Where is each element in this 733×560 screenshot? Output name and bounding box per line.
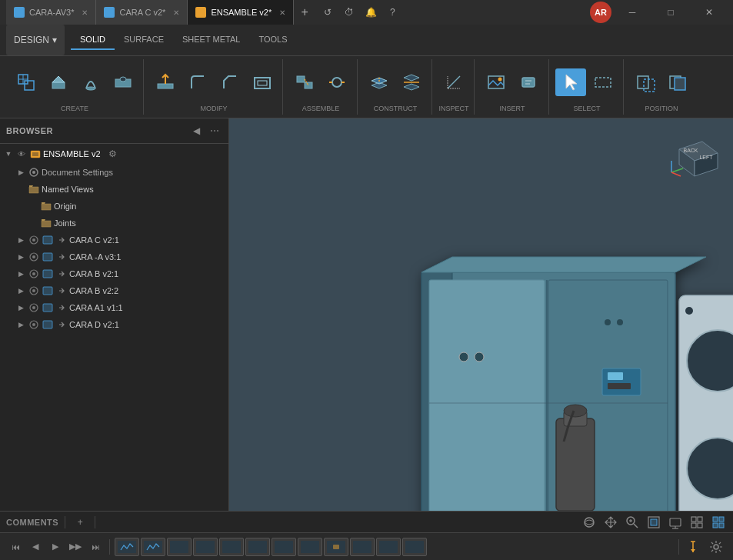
tab-tools[interactable]: TOOLS [249,30,296,50]
viewport[interactable]: BACK LEFT [229,118,733,511]
measure-button[interactable] [438,68,469,96]
tab-cara-cv2[interactable]: CARA C v2* ✕ [96,0,188,25]
tree-vis-root[interactable]: 👁 [15,148,28,160]
tree-vis-cara-c[interactable] [28,234,40,246]
frame-thumb-10[interactable] [350,538,375,556]
tree-expand-cara-b2[interactable]: ▶ [15,285,26,296]
prev-frame-button[interactable]: ◀ [26,538,45,556]
tree-expand-cara-d[interactable]: ▶ [15,319,26,330]
hole-button[interactable] [108,68,138,96]
first-frame-button[interactable]: ⏮ [6,538,25,556]
tree-item-cara-a1[interactable]: ▶ CARA A1 v1:1 [0,299,228,316]
tree-root-item[interactable]: ▼ 👁 ENSAMBLE v2 ⚙ [0,144,228,164]
nav-tool-grid[interactable] [688,514,705,531]
tree-expand-origin[interactable]: ▶ [28,201,38,212]
nav-tool-pan[interactable] [602,514,619,531]
frame-thumb-11[interactable] [376,538,401,556]
tab-cara-av3[interactable]: CARA-AV3* ✕ [6,0,96,25]
new-tab-button[interactable]: + [294,2,315,23]
tree-vis-cara-b2[interactable] [28,285,40,297]
tree-item-cara-d[interactable]: ▶ CARA D v2:1 [0,316,228,333]
offset-plane-button[interactable] [364,68,395,96]
frame-thumb-1[interactable] [115,538,139,556]
nav-tool-display[interactable] [667,514,684,531]
timeline-marker[interactable] [684,538,702,556]
tree-item-origin[interactable]: ▶ Origin [0,198,228,215]
tree-item-named-views[interactable]: ▶ Named Views [0,181,228,198]
nav-tool-zoom[interactable] [624,514,641,531]
revert-button[interactable] [662,68,693,96]
frame-thumb-6[interactable] [245,538,270,556]
frame-thumb-5[interactable] [219,538,244,556]
frame-thumb-2[interactable] [141,538,165,556]
tab-sheet-metal[interactable]: SHEET METAL [173,30,249,50]
tree-expand-cara-b1[interactable]: ▶ [15,268,26,279]
frame-thumb-12[interactable] [402,538,427,556]
history-button[interactable]: ⏱ [340,3,358,22]
tab-close-cara-cv2[interactable]: ✕ [173,8,179,17]
tree-item-doc-settings[interactable]: ▶ Document Settings [0,164,228,181]
tree-expand-root[interactable]: ▼ [3,148,14,159]
nav-tool-fit[interactable] [645,514,662,531]
refresh-button[interactable]: ↺ [318,3,337,22]
tab-surface[interactable]: SURFACE [115,30,173,50]
close-button[interactable]: ✕ [691,0,727,25]
capture-position-button[interactable] [630,68,661,96]
frame-thumb-8[interactable] [298,538,322,556]
frame-thumb-9[interactable] [324,538,348,556]
tree-settings-root[interactable]: ⚙ [105,146,121,162]
tree-item-cara-b1[interactable]: ▶ CARA B v2:1 [0,265,228,282]
revolve-button[interactable] [75,68,106,96]
tree-vis-cara-d[interactable] [28,318,40,331]
maximize-button[interactable]: □ [653,0,688,25]
minimize-button[interactable]: ─ [615,0,650,25]
tree-vis-cara-b1[interactable] [28,268,40,280]
tree-expand-doc[interactable]: ▶ [15,167,26,178]
select-button[interactable] [555,68,586,96]
insert-image-button[interactable] [481,68,511,96]
fillet-button[interactable] [182,68,213,96]
midplane-button[interactable] [396,68,427,96]
motion-button[interactable] [322,68,352,96]
tab-close-cara-av3[interactable]: ✕ [82,8,88,17]
tree-item-cara-c[interactable]: ▶ CARA C v2:1 [0,232,228,248]
design-dropdown[interactable]: DESIGN ▾ [6,25,65,55]
next-frame-button[interactable]: ▶▶ [66,538,85,556]
tab-solid[interactable]: SOLID [71,30,115,50]
nav-tool-visual-style[interactable] [710,514,727,531]
frame-thumb-4[interactable] [193,538,218,556]
tree-expand-joints[interactable]: ▶ [28,218,38,228]
nav-cube[interactable]: BACK LEFT [664,126,725,180]
tab-ensamble-v2[interactable]: ENSAMBLE v2* ✕ [188,0,294,25]
play-button[interactable]: ▶ [46,538,65,556]
nav-tool-orbit[interactable] [581,514,598,531]
tree-vis-cara-a[interactable] [28,251,40,263]
add-comment-button[interactable]: + [72,514,88,531]
tree-item-cara-b2[interactable]: ▶ CARA B v2:2 [0,282,228,299]
select-extra-button[interactable] [588,68,618,96]
browser-more-button[interactable]: ⋯ [207,123,222,138]
tree-item-cara-a[interactable]: ▶ CARA -A v3:1 [0,248,228,265]
shell-button[interactable] [247,68,278,96]
tab-close-ensamble[interactable]: ✕ [279,8,285,17]
new-component-button[interactable] [11,68,42,96]
tree-item-joints[interactable]: ▶ Joints [0,215,228,232]
joint-button[interactable] [289,68,320,96]
last-frame-button[interactable]: ⏭ [86,538,105,556]
notifications-button[interactable]: 🔔 [362,3,380,22]
user-avatar[interactable]: AR [590,2,611,23]
tree-expand-cara-c[interactable]: ▶ [15,235,26,245]
extrude-button[interactable] [43,68,74,96]
frame-thumb-3[interactable] [167,538,192,556]
tree-vis-cara-a1[interactable] [28,302,40,314]
tree-expand-cara-a1[interactable]: ▶ [15,302,26,313]
frame-thumb-7[interactable] [272,538,296,556]
tree-expand-cara-a[interactable]: ▶ [15,252,26,262]
timeline-settings-button[interactable] [705,536,727,558]
tree-expand-views[interactable]: ▶ [15,184,26,195]
press-pull-button[interactable] [150,68,181,96]
help-button[interactable]: ? [383,3,401,22]
chamfer-button[interactable] [215,68,245,96]
browser-collapse-button[interactable]: ◀ [188,123,204,138]
decal-button[interactable] [513,68,544,96]
